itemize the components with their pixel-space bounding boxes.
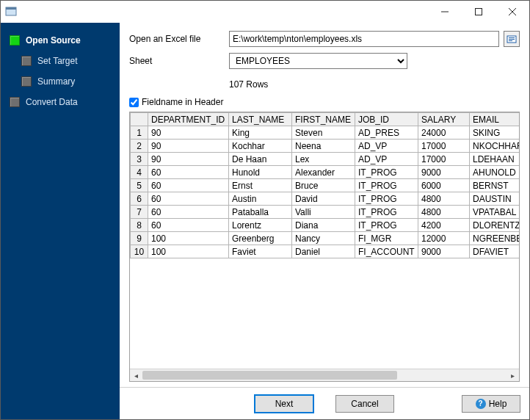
column-header[interactable]: EMAIL — [470, 113, 520, 126]
cell[interactable]: 90 — [148, 126, 229, 140]
cell[interactable]: Nancy — [292, 232, 355, 245]
cell[interactable]: IT_PROG — [355, 179, 418, 192]
maximize-button[interactable] — [462, 1, 495, 23]
cell[interactable]: LDEHAAN — [470, 153, 520, 166]
table-row[interactable]: 860LorentzDianaIT_PROG4200DLORENTZ — [131, 219, 520, 232]
table-row[interactable]: 760PataballaValliIT_PROG4800VPATABAL — [131, 206, 520, 219]
cell[interactable]: Neena — [292, 140, 355, 153]
cell[interactable]: Lorentz — [229, 219, 292, 232]
row-header[interactable]: 2 — [131, 140, 148, 153]
column-header[interactable]: DEPARTMENT_ID — [148, 113, 229, 126]
cell[interactable]: IT_PROG — [355, 206, 418, 219]
scroll-thumb[interactable] — [142, 371, 397, 380]
cell[interactable]: IT_PROG — [355, 166, 418, 179]
cell[interactable]: AD_PRES — [355, 126, 418, 140]
scroll-right-arrow-icon[interactable]: ▸ — [507, 369, 519, 381]
cell[interactable]: 100 — [148, 245, 229, 258]
cell[interactable]: Valli — [292, 206, 355, 219]
cell[interactable]: David — [292, 192, 355, 206]
cell[interactable]: Austin — [229, 192, 292, 206]
scroll-track[interactable] — [142, 369, 507, 381]
row-header[interactable]: 8 — [131, 219, 148, 232]
table-row[interactable]: 10100FavietDanielFI_ACCOUNT9000DFAVIET — [131, 245, 520, 258]
next-button[interactable]: Next — [255, 395, 313, 413]
cell[interactable]: 90 — [148, 140, 229, 153]
cell[interactable]: 17000 — [418, 153, 470, 166]
cell[interactable]: 60 — [148, 192, 229, 206]
cell[interactable]: 60 — [148, 219, 229, 232]
cell[interactable]: 4200 — [418, 219, 470, 232]
cell[interactable]: VPATABAL — [470, 206, 520, 219]
cell[interactable]: King — [229, 126, 292, 140]
table-row[interactable]: 9100GreenbergNancyFI_MGR12000NGREENBE — [131, 232, 520, 245]
wizard-step[interactable]: Set Target — [1, 51, 120, 71]
cell[interactable]: 60 — [148, 206, 229, 219]
cell[interactable]: 90 — [148, 153, 229, 166]
row-header[interactable]: 7 — [131, 206, 148, 219]
fieldname-in-header-checkbox[interactable] — [129, 98, 139, 107]
cell[interactable]: FI_MGR — [355, 232, 418, 245]
cell[interactable]: 6000 — [418, 179, 470, 192]
cell[interactable]: 60 — [148, 179, 229, 192]
column-header[interactable]: SALARY — [418, 113, 470, 126]
cell[interactable]: 9000 — [418, 166, 470, 179]
table-row[interactable]: 460HunoldAlexanderIT_PROG9000AHUNOLD — [131, 166, 520, 179]
cancel-button[interactable]: Cancel — [335, 395, 394, 413]
cell[interactable]: Hunold — [229, 166, 292, 179]
cell[interactable]: Alexander — [292, 166, 355, 179]
cell[interactable]: Diana — [292, 219, 355, 232]
cell[interactable]: SKING — [470, 126, 520, 140]
column-header[interactable]: FIRST_NAME — [292, 113, 355, 126]
sheet-select[interactable]: EMPLOYEES — [229, 53, 407, 69]
cell[interactable]: Daniel — [292, 245, 355, 258]
row-header[interactable]: 5 — [131, 179, 148, 192]
cell[interactable]: BERNST — [470, 179, 520, 192]
cell[interactable]: IT_PROG — [355, 219, 418, 232]
file-path-input[interactable] — [229, 31, 499, 47]
cell[interactable]: AHUNOLD — [470, 166, 520, 179]
table-row[interactable]: 560ErnstBruceIT_PROG6000BERNST — [131, 179, 520, 192]
cell[interactable]: Bruce — [292, 179, 355, 192]
horizontal-scrollbar[interactable]: ◂ ▸ — [130, 369, 519, 381]
wizard-step[interactable]: Convert Data — [1, 92, 120, 112]
cell[interactable]: DLORENTZ — [470, 219, 520, 232]
cell[interactable]: 100 — [148, 232, 229, 245]
cell[interactable]: Lex — [292, 153, 355, 166]
cell[interactable]: Kochhar — [229, 140, 292, 153]
browse-file-button[interactable] — [504, 31, 520, 47]
table-row[interactable]: 390De HaanLexAD_VP17000LDEHAAN — [131, 153, 520, 166]
close-button[interactable] — [495, 1, 529, 23]
row-header[interactable]: 9 — [131, 232, 148, 245]
row-header[interactable]: 6 — [131, 192, 148, 206]
cell[interactable]: AD_VP — [355, 153, 418, 166]
table-row[interactable]: 290KochharNeenaAD_VP17000NKOCHHAR — [131, 140, 520, 153]
cell[interactable]: Steven — [292, 126, 355, 140]
cell[interactable]: NGREENBE — [470, 232, 520, 245]
cell[interactable]: AD_VP — [355, 140, 418, 153]
cell[interactable]: Greenberg — [229, 232, 292, 245]
row-header[interactable]: 4 — [131, 166, 148, 179]
cell[interactable]: DFAVIET — [470, 245, 520, 258]
row-header[interactable]: 3 — [131, 153, 148, 166]
table-row[interactable]: 190KingStevenAD_PRES24000SKING — [131, 126, 520, 140]
fieldname-in-header-label[interactable]: Fieldname in Header — [142, 97, 223, 107]
row-header[interactable]: 10 — [131, 245, 148, 258]
column-header[interactable]: JOB_ID — [355, 113, 418, 126]
cell[interactable]: IT_PROG — [355, 192, 418, 206]
cell[interactable]: 4800 — [418, 206, 470, 219]
cell[interactable]: NKOCHHAR — [470, 140, 520, 153]
cell[interactable]: FI_ACCOUNT — [355, 245, 418, 258]
cell[interactable]: 12000 — [418, 232, 470, 245]
wizard-step[interactable]: Summary — [1, 71, 120, 92]
cell[interactable]: DAUSTIN — [470, 192, 520, 206]
cell[interactable]: Ernst — [229, 179, 292, 192]
help-button[interactable]: ? Help — [462, 395, 520, 413]
column-header[interactable]: LAST_NAME — [229, 113, 292, 126]
cell[interactable]: 9000 — [418, 245, 470, 258]
cell[interactable]: 17000 — [418, 140, 470, 153]
table-row[interactable]: 660AustinDavidIT_PROG4800DAUSTIN — [131, 192, 520, 206]
scroll-left-arrow-icon[interactable]: ◂ — [130, 369, 142, 381]
wizard-step[interactable]: Open Source — [1, 30, 120, 51]
row-header[interactable]: 1 — [131, 126, 148, 140]
cell[interactable]: De Haan — [229, 153, 292, 166]
